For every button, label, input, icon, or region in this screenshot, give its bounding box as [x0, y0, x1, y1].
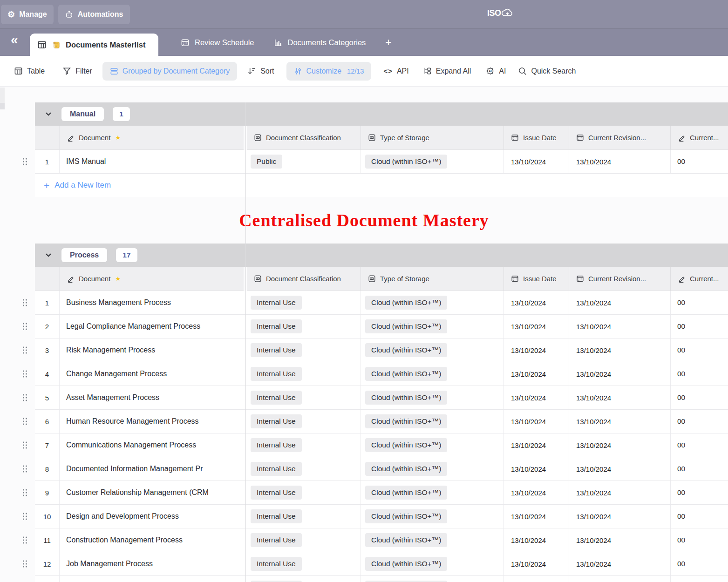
issue-date-cell[interactable]: 13/10/2024	[504, 505, 569, 528]
row-drag-handle[interactable]	[23, 323, 27, 330]
tab-review-schedule[interactable]: Review Schedule	[181, 38, 254, 47]
storage-cell[interactable]: Cloud (within ISO+™)	[361, 481, 504, 504]
classification-cell[interactable]: Internal Use	[247, 386, 361, 409]
row-number[interactable]	[35, 576, 60, 582]
storage-cell[interactable]: Cloud (within ISO+™)	[361, 576, 504, 582]
issue-date-cell[interactable]: 13/10/2024	[504, 433, 569, 457]
current-cell[interactable]: 00	[671, 410, 728, 433]
quick-search-button[interactable]: Quick Search	[518, 67, 576, 75]
issue-date-cell[interactable]: 13/10/2024	[504, 528, 569, 552]
current-cell[interactable]	[671, 576, 728, 582]
classification-pill[interactable]: Public	[251, 155, 282, 169]
current-revision-cell[interactable]: 13/10/2024	[569, 410, 671, 433]
document-cell[interactable]: Customer Relationship Management (CRM	[60, 481, 244, 504]
column-header-issue-date[interactable]: Issue Date	[504, 267, 569, 291]
row-drag-handle[interactable]	[23, 561, 27, 568]
current-revision-cell[interactable]: 13/10/2024	[569, 505, 671, 528]
classification-pill[interactable]: Internal Use	[251, 391, 302, 405]
column-header-current[interactable]: Current...	[671, 126, 728, 150]
automations-button[interactable]: Automations	[58, 5, 130, 24]
document-cell[interactable]: Asset Management Process	[60, 386, 244, 409]
row-drag-handle[interactable]	[23, 158, 27, 165]
row-number[interactable]: 8	[35, 457, 60, 480]
filter-button[interactable]: Filter	[62, 67, 92, 75]
classification-pill[interactable]: Internal Use	[251, 367, 302, 381]
storage-pill[interactable]: Cloud (within ISO+™)	[365, 367, 447, 381]
storage-cell[interactable]: Cloud (within ISO+™)	[361, 505, 504, 528]
current-cell[interactable]: 00	[671, 505, 728, 528]
issue-date-cell[interactable]: 13/10/2024	[504, 362, 569, 386]
row-drag-handle[interactable]	[23, 371, 27, 378]
current-cell[interactable]: 00	[671, 362, 728, 386]
storage-cell[interactable]: Cloud (within ISO+™)	[361, 433, 504, 457]
current-revision-cell[interactable]: 13/10/2024	[569, 386, 671, 409]
tab-documents-categories[interactable]: Documents Categories	[274, 38, 366, 47]
document-cell[interactable]: Human Resource Management Process	[60, 410, 244, 433]
api-button[interactable]: <> API	[383, 67, 408, 75]
storage-cell[interactable]: Cloud (within ISO+™)	[361, 386, 504, 409]
expand-all-button[interactable]: Expand All	[423, 67, 471, 75]
storage-cell[interactable]: Cloud (within ISO+™)	[361, 552, 504, 575]
issue-date-cell[interactable]: 13/10/2024	[504, 457, 569, 480]
sort-button[interactable]: Sort	[247, 67, 274, 75]
classification-pill[interactable]: Internal Use	[251, 414, 302, 428]
issue-date-cell[interactable]: 13/10/2024	[504, 150, 569, 173]
storage-pill[interactable]: Cloud (within ISO+™)	[365, 462, 447, 476]
row-drag-handle[interactable]	[23, 394, 27, 401]
add-tab-button[interactable]: +	[385, 37, 391, 48]
current-cell[interactable]: 00	[671, 338, 728, 362]
current-revision-cell[interactable]: 13/10/2024	[569, 338, 671, 362]
document-cell[interactable]: Change Management Process	[60, 362, 244, 386]
classification-pill[interactable]: Internal Use	[251, 509, 302, 523]
classification-cell[interactable]: Internal Use	[247, 315, 361, 338]
classification-pill[interactable]: Internal Use	[251, 462, 302, 476]
row-number[interactable]: 2	[35, 315, 60, 338]
column-header-classification[interactable]: Document Classification	[247, 267, 361, 291]
document-cell[interactable]: Construction Management Process	[60, 528, 244, 552]
issue-date-cell[interactable]: 13/10/2024	[504, 410, 569, 433]
column-header-document[interactable]: Document ★	[60, 126, 244, 150]
current-cell[interactable]: 00	[671, 528, 728, 552]
collapse-sidebar-button[interactable]: «	[11, 34, 18, 47]
storage-pill[interactable]: Cloud (within ISO+™)	[365, 391, 447, 405]
classification-cell[interactable]: Internal Use	[247, 362, 361, 386]
current-revision-cell[interactable]: 13/10/2024	[569, 457, 671, 480]
current-revision-cell[interactable]: 13/10/2024	[569, 291, 671, 314]
row-number[interactable]: 12	[35, 552, 60, 575]
storage-pill[interactable]: Cloud (within ISO+™)	[365, 296, 447, 310]
storage-pill[interactable]: Cloud (within ISO+™)	[365, 557, 447, 571]
ai-button[interactable]: AI AI	[486, 67, 506, 75]
row-drag-handle[interactable]	[23, 537, 27, 544]
issue-date-cell[interactable]: 13/10/2024	[504, 338, 569, 362]
current-revision-cell[interactable]: 13/10/2024	[569, 315, 671, 338]
classification-pill[interactable]: Internal Use	[251, 533, 302, 547]
storage-cell[interactable]: Cloud (within ISO+™)	[361, 291, 504, 314]
storage-cell[interactable]: Cloud (within ISO+™)	[361, 410, 504, 433]
current-cell[interactable]: 00	[671, 552, 728, 575]
chevron-down-icon[interactable]	[44, 110, 53, 118]
issue-date-cell[interactable]: 13/10/2024	[504, 481, 569, 504]
current-revision-cell[interactable]: 13/10/2024	[569, 150, 671, 173]
classification-pill[interactable]: Internal Use	[251, 557, 302, 571]
column-header-document[interactable]: Document ★	[60, 267, 244, 291]
column-header-storage[interactable]: Type of Storage	[361, 267, 504, 291]
current-cell[interactable]: 00	[671, 433, 728, 457]
grouped-by-button[interactable]: Grouped by Document Category	[102, 62, 237, 81]
document-cell[interactable]	[60, 576, 244, 582]
document-cell[interactable]: Legal Compliance Management Process	[60, 315, 244, 338]
classification-pill[interactable]: Internal Use	[251, 343, 302, 357]
storage-pill[interactable]: Cloud (within ISO+™)	[365, 533, 447, 547]
row-number[interactable]: 5	[35, 386, 60, 409]
classification-cell[interactable]: Internal Use	[247, 433, 361, 457]
storage-pill[interactable]: Cloud (within ISO+™)	[365, 414, 447, 428]
row-drag-handle[interactable]	[23, 489, 27, 496]
storage-pill[interactable]: Cloud (within ISO+™)	[365, 509, 447, 523]
current-cell[interactable]: 00	[671, 291, 728, 314]
current-revision-cell[interactable]: 13/10/2024	[569, 362, 671, 386]
current-cell[interactable]: 00	[671, 481, 728, 504]
column-header-issue-date[interactable]: Issue Date	[504, 126, 569, 150]
current-cell[interactable]: 00	[671, 315, 728, 338]
row-number[interactable]: 1	[35, 150, 60, 173]
storage-cell[interactable]: Cloud (within ISO+™)	[361, 150, 504, 173]
current-cell[interactable]: 00	[671, 386, 728, 409]
